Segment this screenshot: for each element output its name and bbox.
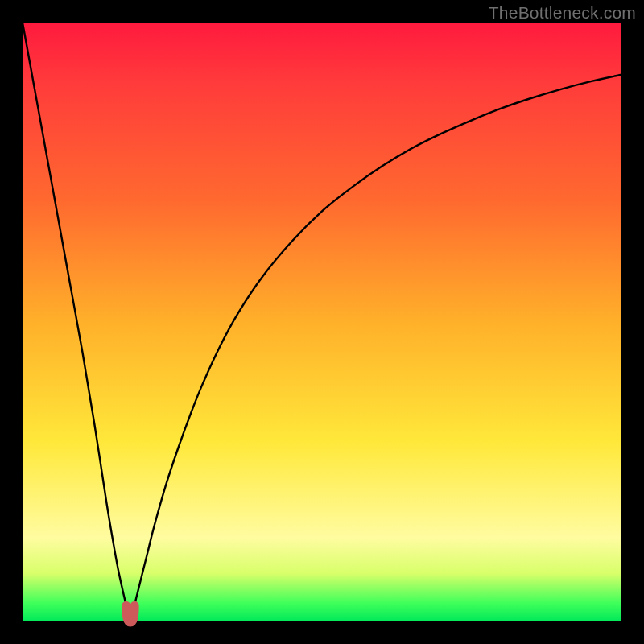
bottleneck-curve: [23, 23, 621, 616]
plot-area: [23, 23, 621, 621]
curve-layer: [23, 23, 621, 621]
chart-frame: TheBottleneck.com: [0, 0, 644, 644]
min-marker: [126, 605, 134, 622]
watermark-text: TheBottleneck.com: [489, 3, 636, 23]
